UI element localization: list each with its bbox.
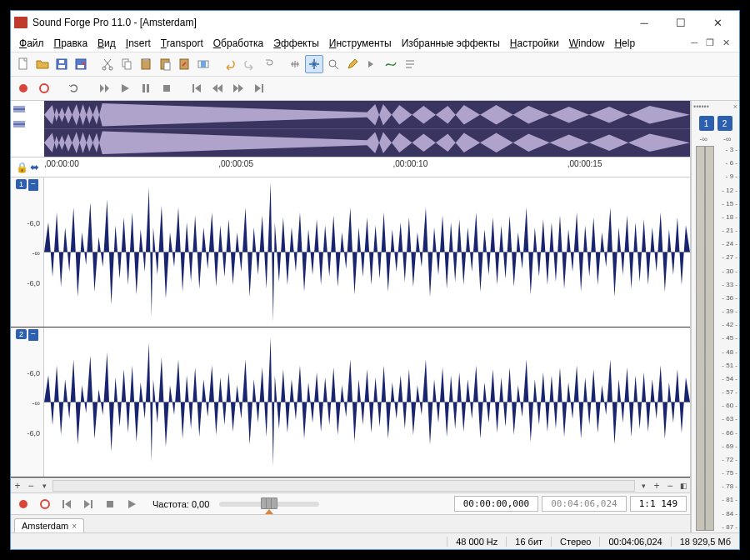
- menu-file[interactable]: ФФайлайл: [14, 36, 49, 51]
- cut-button[interactable]: [98, 55, 117, 73]
- meter-ch2-button[interactable]: 2: [718, 116, 732, 131]
- undo-button[interactable]: [221, 55, 239, 73]
- menu-tools[interactable]: Инструменты: [324, 36, 397, 51]
- overview-mini-2-icon[interactable]: [12, 118, 26, 131]
- mdi-close-icon[interactable]: ✕: [720, 38, 732, 48]
- svg-rect-2: [58, 65, 65, 68]
- status-channels[interactable]: Стерео: [551, 537, 599, 547]
- mdi-minimize-icon[interactable]: ─: [688, 38, 700, 48]
- redo-button[interactable]: [240, 55, 258, 73]
- paste-new-button[interactable]: [156, 55, 174, 73]
- app-window: Sound Forge Pro 11.0 - [Amsterdam] ─ ☐ ✕…: [10, 10, 740, 550]
- goto-end-button[interactable]: [250, 79, 268, 98]
- menu-process[interactable]: Обработка: [208, 36, 269, 51]
- channel-1-badge[interactable]: 1: [16, 179, 27, 189]
- lower-play-button[interactable]: [122, 495, 141, 513]
- copy-button[interactable]: [118, 55, 136, 73]
- status-samplerate[interactable]: 48 000 Hz: [447, 537, 506, 547]
- lower-prev-button[interactable]: [58, 495, 76, 513]
- new-button[interactable]: [14, 55, 32, 73]
- lower-next-button[interactable]: [79, 495, 98, 513]
- h-zoom-in[interactable]: +: [650, 480, 663, 492]
- lower-record-button[interactable]: [14, 495, 32, 513]
- tool-zoom-button[interactable]: [324, 55, 342, 73]
- tool-edit-button[interactable]: [286, 55, 304, 73]
- svg-rect-18: [142, 84, 145, 92]
- status-memory[interactable]: 18 929,5 Мб: [671, 537, 739, 547]
- arm-record-button[interactable]: [35, 79, 53, 98]
- waveform-channel-1[interactable]: [44, 178, 690, 327]
- menu-view[interactable]: Вид: [92, 36, 121, 51]
- rate-slider[interactable]: [219, 502, 319, 507]
- close-button[interactable]: ✕: [699, 11, 736, 34]
- panel-close-icon[interactable]: ×: [733, 102, 738, 111]
- save-as-button[interactable]: [72, 55, 90, 73]
- document-tabs: Amsterdam ×: [11, 514, 690, 532]
- status-bitdepth[interactable]: 16 бит: [506, 537, 551, 547]
- track-2-collapse[interactable]: −: [28, 329, 38, 341]
- menu-options[interactable]: Настройки: [505, 36, 564, 51]
- statusbar: 48 000 Hz 16 бит Стерео 00:04:06,024 18 …: [11, 532, 739, 549]
- h-zoom-menu[interactable]: ▾: [637, 482, 650, 490]
- snap-icon[interactable]: ⬌: [30, 161, 39, 173]
- lower-stop-button[interactable]: [101, 495, 119, 513]
- track-1-collapse[interactable]: −: [28, 179, 38, 191]
- tab-close-icon[interactable]: ×: [72, 522, 77, 531]
- play-all-button[interactable]: [95, 79, 113, 98]
- paste-button[interactable]: [137, 55, 155, 73]
- tool-pencil-button[interactable]: [343, 55, 362, 73]
- overview-waveform[interactable]: [44, 101, 690, 157]
- tool-script-button[interactable]: [401, 55, 419, 73]
- zoom-ratio-readout[interactable]: 1:1 149: [630, 496, 687, 512]
- tool-envelope-button[interactable]: [382, 55, 400, 73]
- h-scrollbar[interactable]: [52, 480, 635, 492]
- v-zoom-out[interactable]: −: [24, 480, 38, 492]
- menu-transport[interactable]: Transport: [156, 36, 208, 51]
- status-duration[interactable]: 00:04:06,024: [599, 537, 670, 547]
- meter-ch1-button[interactable]: 1: [699, 116, 714, 131]
- minimize-button[interactable]: ─: [626, 11, 662, 34]
- menu-insert[interactable]: Insert: [121, 36, 156, 51]
- open-button[interactable]: [33, 55, 52, 73]
- mix-button[interactable]: [175, 55, 193, 73]
- forward-button[interactable]: [229, 79, 248, 98]
- channel-2-badge[interactable]: 2: [16, 329, 27, 339]
- main-toolbar: [11, 52, 739, 77]
- titlebar[interactable]: Sound Forge Pro 11.0 - [Amsterdam] ─ ☐ ✕: [11, 11, 739, 34]
- record-button[interactable]: [14, 79, 32, 98]
- lock-icon[interactable]: 🔒: [16, 162, 28, 173]
- menu-window[interactable]: Window: [564, 36, 610, 51]
- time-ruler[interactable]: ,00:00:00 ,00:00:05 ,00:00:10 ,00:00:15: [44, 158, 690, 177]
- loop-button[interactable]: [65, 79, 83, 98]
- menu-favorites[interactable]: Избранные эффекты: [397, 36, 505, 51]
- h-zoom-full[interactable]: ◧: [677, 482, 690, 490]
- waveform-channel-2[interactable]: [44, 328, 690, 477]
- play-button[interactable]: [116, 79, 134, 98]
- goto-start-button[interactable]: [188, 79, 206, 98]
- maximize-button[interactable]: ☐: [662, 11, 699, 34]
- level-meters[interactable]: [692, 144, 718, 532]
- pause-button[interactable]: [137, 79, 155, 98]
- h-zoom-out[interactable]: −: [663, 480, 677, 492]
- tool-event-button[interactable]: [362, 55, 381, 73]
- panel-drag-handle[interactable]: ••••••: [693, 102, 709, 111]
- lower-arm-button[interactable]: [36, 495, 54, 513]
- overview-mini-1-icon[interactable]: [12, 102, 26, 116]
- menu-edit[interactable]: Правка: [49, 36, 93, 51]
- stop-button[interactable]: [158, 79, 176, 98]
- tab-amsterdam[interactable]: Amsterdam ×: [14, 518, 84, 532]
- save-button[interactable]: [52, 55, 71, 73]
- position-readout[interactable]: 00:00:00,000: [454, 496, 538, 512]
- selection-end-readout[interactable]: 00:04:06,024: [542, 496, 626, 512]
- v-zoom-in[interactable]: +: [11, 480, 24, 492]
- app-icon: [14, 17, 28, 28]
- mdi-restore-icon[interactable]: ❐: [703, 38, 717, 48]
- v-zoom-menu[interactable]: ▾: [38, 482, 51, 490]
- trim-button[interactable]: [194, 55, 212, 73]
- menu-effects[interactable]: Эффекты: [268, 36, 324, 51]
- menu-help[interactable]: Help: [609, 36, 640, 51]
- lower-transport: Частота: 0,00 00:00:00,000 00:04:06,024 …: [11, 492, 690, 514]
- rewind-button[interactable]: [208, 79, 227, 98]
- tool-magnify-button[interactable]: [305, 55, 323, 73]
- repeat-button[interactable]: [259, 55, 278, 73]
